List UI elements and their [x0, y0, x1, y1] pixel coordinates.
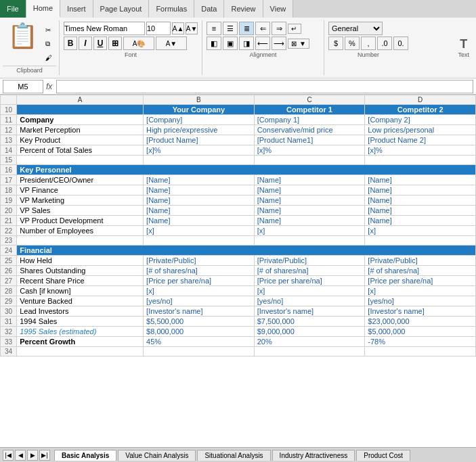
value-cell[interactable]: [Name]: [365, 216, 476, 226]
value-cell[interactable]: [Price per share/na]: [254, 276, 365, 286]
label-cell[interactable]: President/CEO/Owner: [17, 175, 144, 185]
label-cell[interactable]: Recent Share Price: [17, 276, 144, 286]
value-cell[interactable]: $8,000,000: [144, 327, 255, 337]
value-cell[interactable]: [Name]: [144, 206, 255, 216]
value-cell[interactable]: $7,500,000: [254, 317, 365, 327]
sheet-nav-next[interactable]: ▶: [27, 450, 38, 461]
font-size-input[interactable]: [146, 22, 171, 35]
value-cell[interactable]: [Private/Public]: [144, 256, 255, 266]
value-cell[interactable]: 45%: [144, 337, 255, 347]
value-cell[interactable]: [Private/Public]: [365, 256, 476, 266]
value-cell[interactable]: [yes/no]: [365, 296, 476, 306]
value-cell[interactable]: [Name]: [144, 195, 255, 206]
value-cell[interactable]: [Product Name1]: [254, 135, 365, 145]
value-cell[interactable]: $23,000,000: [365, 317, 476, 327]
label-cell[interactable]: Number of Employees: [17, 226, 144, 236]
tab-view[interactable]: View: [263, 0, 294, 18]
value-cell[interactable]: [x]: [254, 226, 365, 236]
tab-home[interactable]: Home: [26, 0, 60, 18]
fill-color-button[interactable]: A🎨: [123, 37, 154, 50]
tab-data[interactable]: Data: [194, 0, 224, 18]
value-cell[interactable]: [Name]: [144, 216, 255, 226]
value-cell[interactable]: [Name]: [144, 185, 255, 195]
value-cell[interactable]: [Name]: [365, 175, 476, 185]
formula-input[interactable]: [56, 80, 473, 93]
label-cell[interactable]: 1995 Sales (estimated): [17, 327, 144, 337]
value-cell[interactable]: [Name]: [254, 175, 365, 185]
decrease-decimal-btn[interactable]: 0.: [393, 37, 408, 50]
value-cell[interactable]: [x]%: [365, 145, 476, 156]
value-cell[interactable]: [Name]: [254, 216, 365, 226]
tab-page-layout[interactable]: Page Layout: [93, 0, 150, 18]
label-cell[interactable]: VP Product Development: [17, 216, 144, 226]
tab-insert[interactable]: Insert: [60, 0, 93, 18]
col-header-a[interactable]: A: [17, 95, 144, 105]
value-cell[interactable]: [x]: [365, 286, 476, 296]
section-header-cell[interactable]: Financial: [17, 246, 476, 256]
col-header-c[interactable]: C: [254, 95, 365, 105]
format-painter-button[interactable]: 🖌: [43, 53, 56, 62]
value-cell[interactable]: [# of shares/na]: [254, 266, 365, 276]
italic-button[interactable]: I: [79, 37, 92, 50]
value-cell[interactable]: [x]: [144, 286, 255, 296]
increase-font-btn[interactable]: A▲: [172, 22, 184, 34]
sheet-nav-last[interactable]: ▶|: [39, 450, 50, 461]
sheet-tab-industry[interactable]: Industry Attractiveness: [272, 450, 355, 461]
value-cell[interactable]: [Company]: [144, 115, 255, 125]
paste-button[interactable]: 📋: [3, 22, 43, 66]
value-cell[interactable]: [Name]: [365, 185, 476, 195]
label-cell[interactable]: VP Marketing: [17, 195, 144, 206]
cut-button[interactable]: ✂: [43, 26, 56, 34]
align-top-left-btn[interactable]: ≡: [207, 22, 221, 35]
label-cell[interactable]: Lead Investors: [17, 306, 144, 317]
value-cell[interactable]: [Price per share/na]: [144, 276, 255, 286]
align-center-btn[interactable]: ▣: [223, 37, 238, 50]
value-cell[interactable]: Low prices/personal: [365, 125, 476, 135]
tab-review[interactable]: Review: [224, 0, 263, 18]
decrease-indent-btn[interactable]: ⟵: [255, 37, 270, 50]
label-cell[interactable]: Cash [if known]: [17, 286, 144, 296]
cell-reference-input[interactable]: [3, 80, 43, 93]
align-top-right-btn[interactable]: ≣: [239, 22, 254, 35]
indent-increase-btn[interactable]: ⇒: [272, 22, 286, 35]
label-cell[interactable]: Percent Growth: [17, 337, 144, 347]
align-top-center-btn[interactable]: ☰: [223, 22, 238, 35]
label-cell[interactable]: Venture Backed: [17, 296, 144, 306]
value-cell[interactable]: [Product Name 2]: [365, 135, 476, 145]
value-cell[interactable]: [Investor's name]: [254, 306, 365, 317]
tab-file[interactable]: File: [0, 0, 26, 18]
copy-button[interactable]: ⧉: [43, 39, 56, 49]
increase-indent-btn[interactable]: ⟶: [272, 37, 286, 50]
comma-btn[interactable]: ,: [361, 37, 376, 50]
indent-decrease-btn[interactable]: ⇐: [255, 22, 270, 35]
value-cell[interactable]: $5,500,000: [144, 317, 255, 327]
number-format-select[interactable]: General Number Currency Percentage: [328, 22, 383, 35]
sheet-tab-value-chain[interactable]: Value Chain Analysis: [118, 450, 196, 461]
value-cell[interactable]: [Company 1]: [254, 115, 365, 125]
value-cell[interactable]: [Private/Public]: [254, 256, 365, 266]
label-cell[interactable]: Market Perception: [17, 125, 144, 135]
value-cell[interactable]: [x]: [365, 226, 476, 236]
section-header-cell[interactable]: Key Personnel: [17, 165, 476, 175]
value-cell[interactable]: Conservative/mid price: [254, 125, 365, 135]
value-cell[interactable]: [Price per share/na]: [365, 276, 476, 286]
label-cell[interactable]: Percent of Total Sales: [17, 145, 144, 156]
header-cell-1[interactable]: Your Company: [144, 105, 255, 115]
decrease-font-btn[interactable]: A▼: [186, 22, 198, 34]
value-cell[interactable]: [Name]: [365, 195, 476, 206]
value-cell[interactable]: 20%: [254, 337, 365, 347]
value-cell[interactable]: $5,000,000: [365, 327, 476, 337]
value-cell[interactable]: [yes/no]: [254, 296, 365, 306]
sheet-nav-first[interactable]: |◀: [3, 450, 14, 461]
value-cell[interactable]: [Name]: [365, 206, 476, 216]
value-cell[interactable]: -78%: [365, 337, 476, 347]
value-cell[interactable]: [# of shares/na]: [144, 266, 255, 276]
merge-center-button[interactable]: ⊠ ▼: [288, 39, 309, 49]
value-cell[interactable]: [x]: [144, 226, 255, 236]
font-color-button[interactable]: A▼: [156, 37, 187, 50]
value-cell[interactable]: [Name]: [254, 185, 365, 195]
label-cell[interactable]: 1994 Sales: [17, 317, 144, 327]
value-cell[interactable]: [x]: [254, 286, 365, 296]
bold-button[interactable]: B: [64, 37, 77, 50]
sheet-nav-prev[interactable]: ◀: [15, 450, 26, 461]
